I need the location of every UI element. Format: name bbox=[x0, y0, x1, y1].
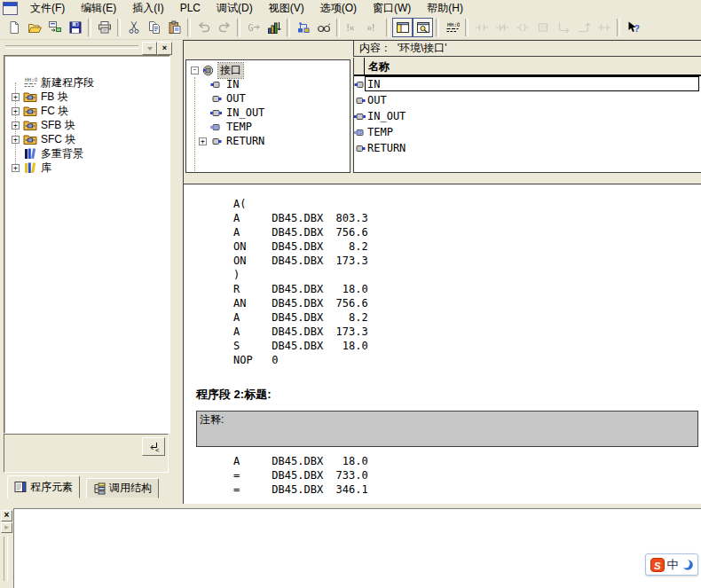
output-splitter[interactable] bbox=[4, 537, 8, 581]
toolbar-separator bbox=[237, 19, 240, 36]
menu-file[interactable]: 文件(F) bbox=[22, 0, 73, 18]
menu-view[interactable]: 视图(V) bbox=[261, 0, 312, 18]
expand-plus-icon[interactable]: + bbox=[12, 164, 20, 172]
contact-no-button bbox=[471, 18, 492, 37]
tab-call-structure[interactable]: 调用结构 bbox=[86, 478, 159, 498]
svg-text:G: G bbox=[248, 23, 253, 33]
palette-item-sfc-blocks[interactable]: +SFC 块 bbox=[4, 132, 169, 146]
palette-menu-button[interactable] bbox=[142, 42, 157, 55]
contents-path: 内容： '环境\接口' bbox=[359, 41, 447, 56]
menu-window[interactable]: 窗口(W) bbox=[365, 0, 419, 18]
menu-debug[interactable]: 调试(D) bbox=[209, 0, 261, 18]
tab-label: 程序元素 bbox=[30, 480, 73, 495]
open-button[interactable] bbox=[24, 18, 44, 37]
menu-options[interactable]: 选项(O) bbox=[312, 0, 365, 18]
close-branch-icon bbox=[577, 20, 591, 35]
ime-status-bar[interactable]: S 中 bbox=[645, 553, 698, 576]
decl-inout-icon bbox=[354, 111, 366, 122]
declaration-row-out[interactable]: OUT bbox=[354, 92, 701, 108]
palette-item-label: FB 块 bbox=[41, 90, 68, 105]
svg-text:!«: !« bbox=[346, 23, 354, 33]
tab-program-elements[interactable]: 程序元素 bbox=[7, 475, 80, 498]
cut-icon bbox=[127, 20, 141, 35]
column-header-name: 名称 bbox=[365, 58, 390, 74]
interface-item-temp[interactable]: TEMP bbox=[186, 120, 350, 134]
toolbar-separator bbox=[88, 19, 91, 36]
books-lib-icon bbox=[23, 161, 37, 175]
interface-root-label: 接口 bbox=[218, 63, 243, 78]
full-width-moon-icon[interactable] bbox=[681, 559, 694, 571]
output-close-button[interactable]: × bbox=[1, 510, 12, 521]
svg-text:??: ?? bbox=[540, 25, 547, 31]
help-button[interactable]: ? bbox=[623, 18, 643, 37]
interface-item-in_out[interactable]: IN_OUT bbox=[186, 106, 350, 120]
symbol-information-button[interactable] bbox=[293, 18, 313, 37]
cut-button[interactable] bbox=[123, 18, 144, 37]
expand-plus-icon[interactable]: + bbox=[199, 137, 207, 145]
stl-code-editor[interactable]: A( A DB45.DBX 803.3 A DB45.DBX 756.6 ON … bbox=[183, 184, 701, 504]
expand-plus-icon[interactable]: + bbox=[12, 122, 20, 129]
open-online-button[interactable] bbox=[44, 18, 65, 37]
palette-item-new-network[interactable]: HH:O新建程序段 bbox=[4, 75, 169, 90]
network2-code[interactable]: A DB45.DBX 18.0 = DB45.DBX 733.0 = DB45.… bbox=[233, 454, 368, 497]
interface-item-return[interactable]: +RETURN bbox=[186, 134, 350, 148]
copy-button[interactable] bbox=[144, 18, 164, 37]
declaration-row-temp[interactable]: TEMP bbox=[354, 124, 701, 140]
menu-plc[interactable]: PLC bbox=[172, 0, 209, 16]
declaration-row-in[interactable]: IN bbox=[354, 76, 701, 92]
menu-help[interactable]: 帮助(H) bbox=[419, 0, 471, 18]
decl-in-icon bbox=[210, 79, 222, 90]
palette-item-fb-blocks[interactable]: +FB 块 bbox=[4, 90, 169, 104]
toolbar-separator bbox=[336, 19, 340, 36]
palette-item-fc-blocks[interactable]: +FC 块 bbox=[4, 104, 169, 118]
interface-item-out[interactable]: OUT bbox=[186, 91, 350, 106]
output-panel: × ▸ bbox=[0, 506, 701, 588]
contact-nc-button bbox=[492, 18, 512, 37]
paste-button[interactable] bbox=[164, 18, 185, 37]
expand-plus-icon[interactable]: + bbox=[12, 93, 20, 101]
overview-button[interactable] bbox=[392, 18, 413, 37]
palette-item-libraries[interactable]: +库 bbox=[4, 161, 169, 175]
save-button[interactable] bbox=[65, 18, 85, 37]
palette-item-multi-instance[interactable]: 多重背景 bbox=[4, 146, 169, 161]
output-expand-button[interactable]: ▸ bbox=[1, 522, 12, 533]
expand-plus-icon[interactable]: + bbox=[12, 107, 20, 115]
pane-divider bbox=[183, 40, 184, 184]
toolbar-separator bbox=[617, 19, 620, 36]
input-method-logo-icon[interactable]: S bbox=[650, 558, 665, 572]
comment-label: 注释: bbox=[200, 413, 224, 426]
new-network-button[interactable]: HH:O bbox=[442, 18, 462, 37]
insert-element-button[interactable]: < bbox=[142, 437, 165, 456]
expand-plus-icon[interactable]: + bbox=[12, 136, 20, 144]
interface-item-label: IN_OUT bbox=[226, 106, 264, 119]
declaration-row-return[interactable]: RETURN bbox=[354, 140, 701, 156]
table-header-row: 名称 bbox=[354, 58, 701, 76]
ime-chinese-mode-indicator[interactable]: 中 bbox=[667, 557, 679, 573]
decl-return-icon bbox=[210, 136, 222, 147]
insert-arrow-icon: < bbox=[147, 441, 160, 453]
menu-edit[interactable]: 编辑(E) bbox=[73, 0, 124, 18]
interface-item-in[interactable]: IN bbox=[186, 77, 350, 91]
palette-item-sfb-blocks[interactable]: +SFB 块 bbox=[4, 118, 169, 132]
collapse-minus-icon[interactable]: - bbox=[191, 67, 199, 74]
print-button[interactable] bbox=[94, 18, 114, 37]
system-menu-icon[interactable] bbox=[3, 2, 18, 15]
network2-title[interactable]: 程序段 2:标题: bbox=[196, 387, 272, 403]
toolbar-separator bbox=[436, 19, 439, 36]
network2-comment-box[interactable]: 注释: bbox=[196, 411, 698, 447]
download-button[interactable] bbox=[264, 18, 284, 37]
new-document-button[interactable] bbox=[4, 18, 24, 37]
previous-error-icon: !« bbox=[346, 20, 360, 35]
declaration-row-in_out[interactable]: IN_OUT bbox=[354, 108, 701, 124]
menu-insert[interactable]: 插入(I) bbox=[124, 0, 171, 18]
palette-grip-handle[interactable] bbox=[5, 45, 138, 49]
palette-tabs: 程序元素调用结构 bbox=[2, 475, 174, 500]
detail-view-button[interactable] bbox=[413, 18, 433, 37]
palette-close-button[interactable]: × bbox=[157, 42, 172, 55]
monitor-button[interactable] bbox=[313, 18, 334, 37]
network1-code[interactable]: A( A DB45.DBX 803.3 A DB45.DBX 756.6 ON … bbox=[233, 197, 368, 367]
palette-item-label: SFB 块 bbox=[41, 118, 75, 133]
save-icon bbox=[68, 20, 83, 35]
palette-item-label: SFC 块 bbox=[41, 132, 75, 147]
interface-root-item[interactable]: -接口 bbox=[186, 63, 350, 77]
